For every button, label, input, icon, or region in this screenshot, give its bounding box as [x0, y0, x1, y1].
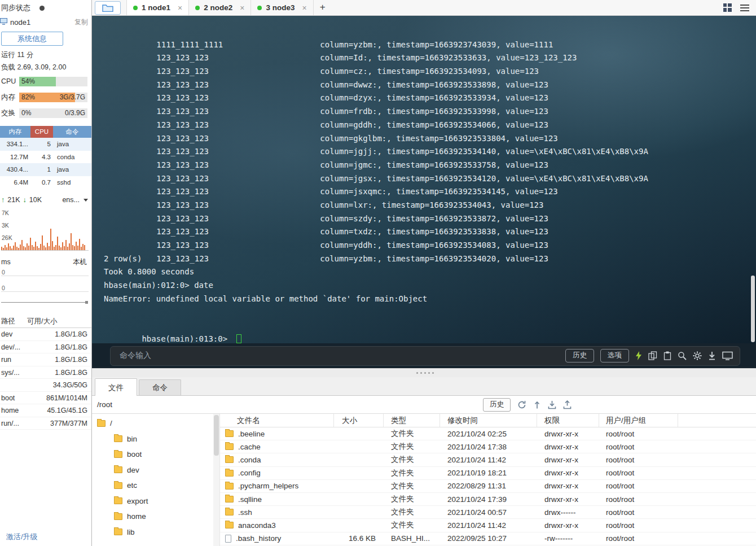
file-name: .sqlline	[238, 495, 262, 504]
history-button[interactable]: 历史	[565, 349, 594, 362]
process-row[interactable]: 6.4M 0.7 sshd	[0, 176, 91, 189]
close-tab-icon[interactable]: ×	[302, 3, 306, 12]
disk-table-header[interactable]: 路径 可用/大小	[0, 315, 91, 328]
disk-row[interactable]: boot 861M/1014M	[0, 392, 91, 405]
tab-commands[interactable]: 命令	[139, 379, 181, 395]
process-col-memory[interactable]: 内存	[0, 126, 30, 138]
host-icon	[0, 18, 7, 27]
col-size[interactable]: 大小	[334, 414, 384, 427]
close-tab-icon[interactable]: ×	[240, 3, 244, 12]
new-tab-button[interactable]: +	[314, 0, 332, 15]
menu-icon[interactable]	[740, 4, 749, 11]
col-filename[interactable]: 文件名	[220, 414, 334, 427]
download-tray-icon[interactable]	[548, 400, 556, 409]
file-type-icon	[225, 535, 231, 543]
row-key: 123_123_123	[156, 185, 320, 199]
tree-item[interactable]: dev	[92, 462, 219, 478]
panel-resize-handle[interactable]	[92, 368, 756, 377]
disk-row[interactable]: sys/... 1.8G/1.8G	[0, 366, 91, 379]
file-table-header[interactable]: 文件名 大小 类型 修改时间 权限 用户/用户组	[220, 414, 756, 427]
copy-button[interactable]: 复制	[74, 18, 88, 27]
file-type-icon	[225, 509, 234, 516]
tree-item[interactable]: export	[92, 493, 219, 509]
activate-upgrade-link[interactable]: 激活/升级	[6, 532, 38, 542]
path-input[interactable]: /root	[97, 400, 476, 409]
tab-files[interactable]: 文件	[95, 378, 137, 396]
connection-manager-button[interactable]	[95, 1, 121, 15]
search-icon[interactable]	[678, 351, 687, 360]
process-col-command[interactable]: 命令	[53, 126, 91, 138]
swap-label: 交换	[1, 108, 19, 118]
file-type-icon	[225, 483, 234, 490]
row-detail: column=lxr:, timestamp=1663923534043, va…	[320, 200, 543, 209]
tree-scrollbar[interactable]	[213, 414, 219, 546]
file-row[interactable]: .ssh 文件夹 2021/10/24 00:57 drwx------ roo…	[220, 506, 756, 519]
network-bar	[65, 240, 67, 250]
transfer-icon[interactable]	[533, 400, 541, 409]
disk-row[interactable]: dev 1.8G/1.8G	[0, 328, 91, 341]
chevron-down-icon[interactable]	[83, 199, 88, 202]
terminal-output[interactable]: 1111_1111_1111column=yzbm:, timestamp=16…	[92, 16, 756, 343]
command-input[interactable]: 命令输入	[120, 351, 565, 361]
upload-tray-icon[interactable]	[563, 400, 572, 409]
interface-select[interactable]: ens...	[62, 196, 80, 204]
tree-item[interactable]: home	[92, 509, 219, 525]
tree-item-root[interactable]: /	[92, 416, 219, 431]
col-permissions[interactable]: 权限	[537, 414, 599, 427]
process-row[interactable]: 334.1... 5 java	[0, 138, 91, 151]
process-table-header[interactable]: 内存 CPU 命令	[0, 126, 91, 138]
process-command: conda	[53, 151, 91, 164]
refresh-icon[interactable]	[517, 400, 526, 409]
file-row[interactable]: .bash_history 16.6 KB BASH_HI... 2022/09…	[220, 532, 756, 545]
terminal-tab[interactable]: 2 node2 ×	[189, 0, 251, 15]
tree-item[interactable]: etc	[92, 478, 219, 493]
process-row[interactable]: 12.7M 4.3 conda	[0, 151, 91, 164]
process-col-cpu[interactable]: CPU	[30, 126, 53, 138]
gear-icon[interactable]	[693, 351, 702, 360]
disk-row[interactable]: dev/... 1.8G/1.8G	[0, 341, 91, 354]
col-mtime[interactable]: 修改时间	[440, 414, 537, 427]
download-icon[interactable]	[708, 351, 716, 360]
disk-col-free-size[interactable]: 可用/大小	[27, 315, 57, 327]
ping-target-label[interactable]: 本机	[73, 257, 87, 267]
path-history-button[interactable]: 历史	[483, 398, 511, 412]
file-type: 文件夹	[384, 494, 440, 504]
connection-row: node1 复制	[0, 15, 91, 29]
disk-row[interactable]: run/... 377M/377M	[0, 417, 91, 430]
network-bar	[71, 233, 72, 250]
tree-item[interactable]: boot	[92, 447, 219, 462]
terminal-tab[interactable]: 1 node1 ×	[126, 0, 189, 15]
col-type[interactable]: 类型	[384, 414, 440, 427]
copy-icon[interactable]	[648, 351, 657, 360]
screen-icon[interactable]	[722, 351, 733, 360]
tree-item[interactable]: lib	[92, 525, 219, 540]
disk-col-path[interactable]: 路径	[1, 315, 27, 327]
terminal-scrollbar[interactable]	[751, 276, 755, 342]
file-row[interactable]: .beeline 文件夹 2021/10/24 02:25 drwxr-xr-x…	[220, 427, 756, 440]
file-row[interactable]: .config 文件夹 2021/10/19 18:21 drwxr-xr-x …	[220, 467, 756, 480]
options-button[interactable]: 选项	[600, 349, 629, 362]
file-row[interactable]: .sqlline 文件夹 2021/10/24 17:39 drwxr-xr-x…	[220, 493, 756, 506]
disk-row[interactable]: 34.3G/50G	[0, 379, 91, 392]
system-info-button[interactable]: 系统信息	[1, 32, 63, 46]
disk-row[interactable]: run 1.8G/1.8G	[0, 353, 91, 366]
tree-item[interactable]: bin	[92, 431, 219, 447]
file-row[interactable]: anaconda3 文件夹 2021/10/24 11:42 drwxr-xr-…	[220, 519, 756, 532]
close-tab-icon[interactable]: ×	[178, 3, 182, 12]
process-row[interactable]: 430.4... 1 java	[0, 163, 91, 176]
grid-view-icon[interactable]	[723, 3, 732, 12]
paste-icon[interactable]	[663, 351, 671, 360]
file-row[interactable]: .cache 文件夹 2021/10/24 17:38 drwxr-xr-x r…	[220, 440, 756, 453]
col-owner[interactable]: 用户/用户组	[599, 414, 678, 427]
file-name: anaconda3	[238, 521, 276, 530]
lightning-icon[interactable]	[635, 351, 642, 360]
terminal-tab[interactable]: 3 node3 ×	[251, 0, 313, 15]
network-bar	[10, 246, 11, 250]
file-row[interactable]: .pycharm_helpers 文件夹 2022/08/29 11:31 dr…	[220, 480, 756, 493]
file-row[interactable]: .conda 文件夹 2021/10/24 11:42 drwxr-xr-x r…	[220, 453, 756, 466]
disk-row[interactable]: home 45.1G/45.1G	[0, 404, 91, 417]
file-type: 文件夹	[384, 442, 440, 452]
connected-dot-icon	[195, 6, 200, 10]
cpu-meter: 54%	[19, 77, 87, 86]
network-bar	[6, 247, 7, 250]
